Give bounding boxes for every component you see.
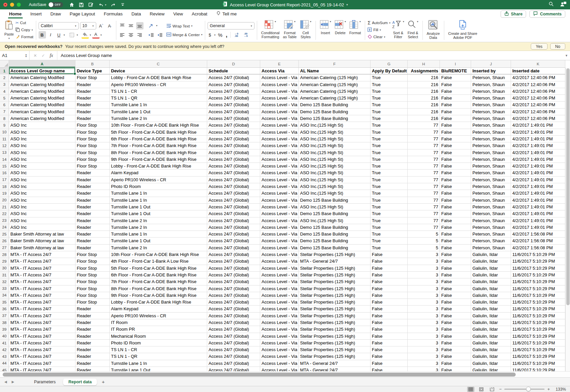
row-number[interactable]: 45 bbox=[0, 367, 9, 371]
cell[interactable]: 9th Floor - Front-Car A-DDE Bank High Ri… bbox=[110, 292, 207, 299]
cell[interactable]: ASO Inc.(125 High St) bbox=[299, 122, 370, 129]
cell[interactable]: 216 bbox=[408, 88, 440, 95]
cell[interactable]: Peterson, Shaun bbox=[471, 170, 511, 176]
row-number[interactable]: 38 bbox=[0, 319, 9, 326]
cell[interactable]: Floor Stop bbox=[75, 163, 110, 170]
cell[interactable]: Floor Stop bbox=[75, 265, 110, 272]
cancel-icon[interactable]: ✕ bbox=[34, 53, 37, 58]
cell[interactable]: Access Level - Via bbox=[260, 231, 299, 238]
cell[interactable]: Galiulin, Ildar bbox=[471, 360, 511, 367]
cell[interactable]: True bbox=[370, 231, 408, 238]
cell[interactable]: False bbox=[440, 333, 471, 340]
cell[interactable]: American Catering Modified bbox=[9, 81, 75, 88]
cell[interactable]: Demo 125 Base Building bbox=[299, 245, 370, 251]
cell[interactable]: Galiulin, Ildar bbox=[471, 313, 511, 319]
cell[interactable]: False bbox=[440, 136, 471, 142]
cell[interactable]: 77 bbox=[408, 163, 440, 170]
sheet-tab-report-data[interactable]: Report data bbox=[63, 379, 97, 385]
cell[interactable]: Reader bbox=[75, 190, 110, 197]
cell[interactable]: MTA - IT Access 24/7 bbox=[9, 319, 75, 326]
find-select-button[interactable]: ▾ Find & Select bbox=[406, 19, 420, 40]
cell[interactable]: Floor Stop bbox=[75, 272, 110, 278]
cell[interactable]: Turnstile Lane 1 Out bbox=[110, 109, 207, 115]
cell[interactable]: Stellar Properties (125 High) bbox=[299, 313, 370, 319]
cell[interactable]: Reader bbox=[75, 183, 110, 190]
cell[interactable]: False bbox=[440, 197, 471, 204]
cell[interactable]: Floor Stop bbox=[75, 258, 110, 265]
cell[interactable]: Turnstile Lane 1 Out bbox=[110, 204, 207, 210]
row-number[interactable]: 16 bbox=[0, 170, 9, 176]
cell[interactable]: Floor Stop bbox=[75, 74, 110, 81]
cell[interactable]: Stellar Properties (125 High) bbox=[299, 319, 370, 326]
row-number[interactable]: 43 bbox=[0, 353, 9, 360]
cell[interactable]: BluREMOTE bbox=[440, 68, 471, 74]
row-number[interactable]: 22 bbox=[0, 210, 9, 217]
cell[interactable]: Turnstile Lane 2 In bbox=[110, 115, 207, 122]
select-all-corner[interactable] bbox=[0, 60, 9, 68]
adobe-pdf-button[interactable]: Create and Share Adobe PDF bbox=[447, 19, 479, 41]
cell[interactable]: Lobby - Front-Car A-DDE Bank High Rise bbox=[110, 163, 207, 170]
cell[interactable]: 77 bbox=[408, 170, 440, 176]
cell[interactable]: Access 24/7 (Global) bbox=[207, 95, 260, 102]
cell[interactable]: Galiulin, Ildar bbox=[471, 346, 511, 353]
cell[interactable]: False bbox=[440, 190, 471, 197]
cell[interactable]: Access Level - Via bbox=[260, 183, 299, 190]
cell[interactable]: ASO Inc.(125 High St) bbox=[299, 217, 370, 224]
cell[interactable]: False bbox=[440, 142, 471, 149]
cell[interactable]: Peterson, Shaun bbox=[471, 190, 511, 197]
cell[interactable]: Reader bbox=[75, 326, 110, 333]
font-family-select[interactable]: Calibri▾ bbox=[39, 22, 79, 29]
cell[interactable]: Access 24/7 (Global) bbox=[207, 299, 260, 306]
cell[interactable]: Access 24/7 (Global) bbox=[207, 210, 260, 217]
cell[interactable]: True bbox=[370, 190, 408, 197]
italic-button[interactable]: I bbox=[47, 31, 54, 39]
cell[interactable]: True bbox=[370, 170, 408, 176]
cell[interactable]: 77 bbox=[408, 122, 440, 129]
cell[interactable]: False bbox=[370, 346, 408, 353]
cell[interactable]: Access 24/7 (Global) bbox=[207, 149, 260, 156]
cell[interactable]: ASO Inc.(125 High St) bbox=[299, 170, 370, 176]
cell[interactable]: Reader bbox=[75, 109, 110, 115]
cell[interactable]: 3 bbox=[408, 326, 440, 333]
cell[interactable]: Peterson, Shaun bbox=[471, 177, 511, 183]
cell[interactable]: Access Level - Via bbox=[260, 102, 299, 108]
cell[interactable]: 11/6/2017 5:10:29 PM bbox=[511, 360, 565, 367]
cell[interactable]: Demo 125 Base Building bbox=[299, 115, 370, 122]
vertical-scrollbar[interactable] bbox=[565, 68, 570, 371]
cell[interactable]: False bbox=[440, 292, 471, 299]
cell[interactable]: Galiulin, Ildar bbox=[471, 292, 511, 299]
cell[interactable]: 3 bbox=[408, 292, 440, 299]
cell[interactable]: American Catering (125 High) bbox=[299, 88, 370, 95]
cell[interactable]: Access Level - Via bbox=[260, 265, 299, 272]
cell[interactable]: Access Level - Via bbox=[260, 346, 299, 353]
cell[interactable]: False bbox=[440, 360, 471, 367]
chevron-down-icon[interactable]: ▾ bbox=[156, 24, 158, 27]
cell[interactable]: Access Level - Via bbox=[260, 313, 299, 319]
cell[interactable]: False bbox=[440, 346, 471, 353]
close-button[interactable] bbox=[3, 3, 7, 7]
row-number[interactable]: 27 bbox=[0, 245, 9, 251]
autosave-toggle[interactable]: OFF bbox=[48, 2, 63, 7]
cell[interactable]: Access Level - Via bbox=[260, 367, 299, 371]
cell[interactable]: MTA - General 24/7 bbox=[299, 258, 370, 265]
cell[interactable]: Access Level - Via bbox=[260, 299, 299, 306]
cell[interactable]: Turnstile Lane 1 In bbox=[110, 102, 207, 108]
row-number[interactable]: 1 bbox=[0, 68, 9, 74]
account-icon[interactable] bbox=[560, 1, 567, 8]
grow-font-button[interactable]: A^ bbox=[98, 22, 105, 29]
cell[interactable]: MTA - IT Access 24/7 bbox=[9, 299, 75, 306]
cell[interactable]: False bbox=[440, 285, 471, 292]
cell[interactable]: Peterson, Shaun bbox=[471, 224, 511, 231]
add-sheet-button[interactable]: + bbox=[98, 379, 108, 385]
align-center-icon[interactable] bbox=[127, 31, 135, 39]
cell[interactable]: 3 bbox=[408, 265, 440, 272]
undo-icon[interactable] bbox=[98, 2, 104, 7]
cell[interactable]: False bbox=[440, 102, 471, 108]
cell[interactable]: Demo 125 Base Building bbox=[299, 197, 370, 204]
cell[interactable]: Access Level - Via bbox=[260, 278, 299, 285]
cell[interactable]: 77 bbox=[408, 156, 440, 163]
cell[interactable]: ASO Inc bbox=[9, 177, 75, 183]
cell[interactable]: ASO Inc bbox=[9, 210, 75, 217]
cell[interactable]: False bbox=[440, 81, 471, 88]
cell[interactable]: 4/2/2017 12:40:06 PM bbox=[511, 102, 565, 108]
